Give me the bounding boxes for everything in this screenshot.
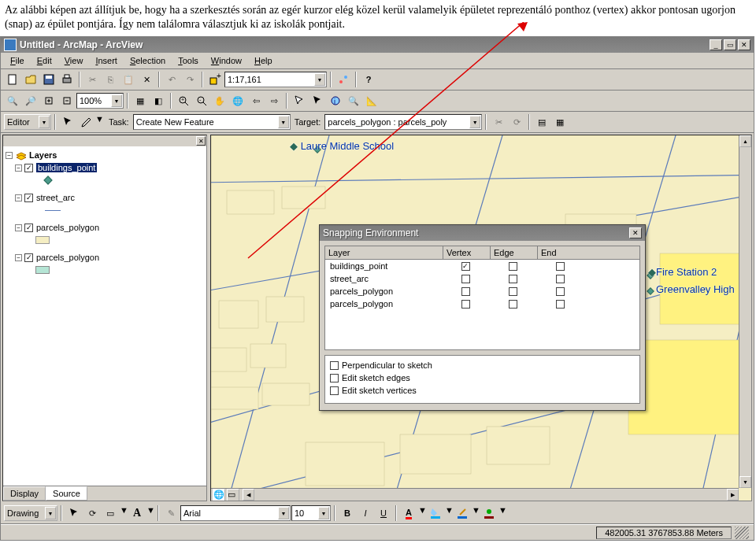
print-button[interactable]	[58, 71, 76, 88]
shape-dropdown[interactable]: ▼	[120, 505, 128, 521]
find-button[interactable]: 🔍	[345, 92, 362, 109]
fixed-zoom-out-button[interactable]	[58, 92, 76, 109]
layer-row[interactable]: − ✓ street_arc	[6, 191, 204, 204]
scroll-up-button[interactable]: ▲	[739, 135, 751, 147]
select-features-button[interactable]	[309, 92, 326, 109]
sketch-tool-button[interactable]	[77, 113, 94, 131]
snap-option[interactable]: Perpendicular to sketch	[330, 359, 635, 371]
collapse-icon[interactable]: −	[6, 152, 13, 159]
line-color-dropdown[interactable]: ▼	[472, 505, 480, 521]
zoom-out-button[interactable]: 🔎	[22, 92, 39, 109]
chevron-down-icon[interactable]: ▼	[314, 73, 325, 86]
layer-checkbox[interactable]: ✓	[24, 164, 33, 172]
vertex-checkbox[interactable]	[461, 275, 470, 283]
rectangle-button[interactable]: ▭	[102, 504, 119, 522]
target-combo[interactable]: parcels_polygon : parcels_poly▼	[324, 114, 482, 130]
measure-button[interactable]: 📐	[363, 92, 380, 109]
marker-color-dropdown[interactable]: ▼	[498, 505, 506, 521]
collapse-icon[interactable]: −	[15, 224, 22, 231]
toggle-1-button[interactable]: ▦	[132, 92, 149, 109]
vertex-checkbox[interactable]: ✓	[461, 262, 470, 271]
drawing-menu[interactable]: Drawing▼	[4, 505, 57, 521]
font-combo[interactable]: Arial▼	[180, 505, 291, 521]
snap-option[interactable]: Edit sketch edges	[330, 371, 635, 384]
layer-checkbox[interactable]: ✓	[24, 253, 33, 262]
collapse-icon[interactable]: −	[15, 164, 22, 172]
text-button[interactable]: A	[128, 504, 146, 522]
next-extent-button[interactable]: ⇨	[265, 92, 283, 109]
sketch-props-button[interactable]: ▦	[551, 113, 569, 131]
task-combo[interactable]: Create New Feature▼	[133, 114, 291, 130]
menu-window[interactable]: Window	[205, 54, 248, 67]
add-data-button[interactable]: +	[206, 71, 224, 88]
pan-button[interactable]: ✋	[211, 92, 228, 109]
underline-button[interactable]: U	[375, 504, 392, 522]
option-checkbox[interactable]	[330, 374, 339, 382]
chevron-down-icon[interactable]: ▼	[469, 116, 480, 128]
chevron-down-icon[interactable]: ▼	[39, 116, 50, 128]
scroll-down-button[interactable]: ▼	[739, 476, 751, 488]
vertex-checkbox[interactable]	[461, 287, 470, 296]
menu-selection[interactable]: Selection	[124, 54, 172, 67]
rotate-button[interactable]: ⟳	[83, 504, 101, 522]
sketch-tool-dropdown[interactable]: ▼	[95, 114, 105, 130]
prev-extent-button[interactable]: ⇦	[247, 92, 265, 109]
tab-source[interactable]: Source	[46, 486, 87, 501]
edge-checkbox[interactable]	[509, 262, 517, 271]
italic-button[interactable]: I	[357, 504, 374, 522]
zoom-out-icon[interactable]: -	[193, 92, 210, 109]
end-checkbox[interactable]	[556, 262, 565, 271]
menu-edit[interactable]: Edit	[31, 54, 58, 67]
line-color-button[interactable]	[454, 504, 471, 522]
layers-root[interactable]: − Layers	[6, 149, 204, 161]
open-button[interactable]	[22, 71, 39, 88]
snap-option[interactable]: Edit sketch vertices	[330, 384, 635, 397]
chevron-down-icon[interactable]: ▼	[278, 507, 289, 519]
zoom-combo[interactable]: 100%▼	[76, 93, 124, 109]
layer-checkbox[interactable]: ✓	[24, 194, 33, 202]
snapping-titlebar[interactable]: Snapping Environment ✕	[320, 225, 645, 241]
zoom-in-button[interactable]: 🔍	[4, 92, 21, 109]
collapse-icon[interactable]: −	[15, 194, 22, 201]
edit-pointer-button[interactable]	[59, 113, 76, 131]
help-button[interactable]: ?	[360, 71, 377, 88]
redo-button[interactable]: ↷	[181, 71, 198, 88]
toggle-2-button[interactable]: ◧	[150, 92, 167, 109]
font-size-combo[interactable]: 10▼	[291, 505, 331, 521]
collapse-icon[interactable]: −	[15, 254, 22, 261]
menu-file[interactable]: File	[4, 54, 31, 67]
fill-color-dropdown[interactable]: ▼	[445, 505, 453, 521]
rotate-button[interactable]: ⟳	[508, 113, 525, 131]
cut-button[interactable]: ✂	[83, 71, 101, 88]
chevron-down-icon[interactable]: ▼	[45, 507, 56, 519]
font-color-button[interactable]: A	[400, 504, 417, 522]
scale-combo[interactable]: 1:17,161▼	[224, 72, 327, 87]
marker-color-button[interactable]	[480, 504, 498, 522]
vertical-scrollbar[interactable]: ▲ ▼	[739, 135, 751, 488]
edit-vertices-button[interactable]: ✎	[162, 504, 180, 522]
layer-checkbox[interactable]: ✓	[24, 224, 33, 232]
end-checkbox[interactable]	[556, 300, 565, 309]
full-extent-button[interactable]: 🌐	[229, 92, 246, 109]
edge-checkbox[interactable]	[509, 300, 517, 309]
fill-color-button[interactable]	[427, 504, 444, 522]
toc-close-button[interactable]: ✕	[196, 136, 206, 146]
select-elements-button[interactable]	[65, 504, 83, 522]
bold-button[interactable]: B	[339, 504, 356, 522]
layer-row[interactable]: − ✓ parcels_polygon	[6, 221, 204, 234]
edge-checkbox[interactable]	[509, 275, 517, 283]
identify-button[interactable]: i	[327, 92, 344, 109]
horizontal-scrollbar[interactable]: 🌐 ▭ ◀ ▶	[211, 488, 739, 501]
option-checkbox[interactable]	[330, 361, 339, 370]
chevron-down-icon[interactable]: ▼	[278, 116, 289, 128]
layout-view-tab[interactable]: ▭	[227, 489, 239, 501]
vertex-checkbox[interactable]	[461, 300, 470, 309]
end-checkbox[interactable]	[556, 275, 565, 283]
menu-help[interactable]: Help	[248, 54, 279, 67]
edge-checkbox[interactable]	[509, 287, 517, 296]
end-checkbox[interactable]	[556, 287, 565, 296]
editor-menu[interactable]: Editor▼	[4, 114, 51, 130]
option-checkbox[interactable]	[330, 386, 339, 395]
scroll-right-button[interactable]: ▶	[727, 489, 739, 501]
paste-button[interactable]: 📋	[120, 71, 137, 88]
